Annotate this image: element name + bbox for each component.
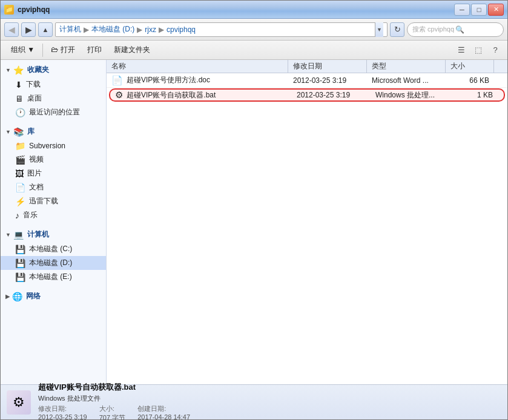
toolbar: 组织 ▼ 🗁 打开 打印 新建文件夹 ☰ ⬚ ? [1,41,507,60]
organize-button[interactable]: 组织 ▼ [5,42,40,58]
status-file-icon: ⚙ [7,390,31,415]
file-area: 名称 修改日期 类型 大小 📄 超碰VIP账号使用方法.doc 2012-03-… [107,60,507,384]
computer-label: 计算机 [27,229,49,240]
status-filetype-item: Windows 批处理文件 [38,394,101,403]
breadcrumb-rjxz[interactable]: rjxz [145,25,156,34]
status-size-label: 大小: [99,404,125,413]
sidebar-item-music-label: 音乐 [23,210,38,220]
breadcrumb-computer[interactable]: 计算机 [59,24,81,34]
address-bar: ◀ ▶ ▲ 计算机 ▶ 本地磁盘 (D:) ▶ rjxz ▶ cpviphqq … [1,19,507,41]
file-type-doc: Microsoft Word ... [367,76,446,85]
network-label: 网络 [26,291,41,301]
disk-e-icon: 💾 [15,272,25,282]
status-filetype: Windows 批处理文件 [38,394,101,403]
main-area: ▼ ⭐ 收藏夹 ⬇ 下载 🖥 桌面 🕐 最近访问的位置 ▼ 📚 库 [1,60,507,384]
print-button[interactable]: 打印 [82,42,107,58]
status-modified-value: 2012-03-25 3:19 [38,413,87,420]
new-folder-button[interactable]: 新建文件夹 [108,42,156,58]
back-button[interactable]: ◀ [4,22,19,37]
favorites-collapse-icon: ▼ [5,67,11,73]
sidebar-item-recent-label: 最近访问的位置 [29,107,80,117]
minimize-button[interactable]: ─ [454,4,470,16]
col-header-type[interactable]: 类型 [367,60,446,73]
maximize-button[interactable]: □ [471,4,487,16]
status-created-label: 创建日期: [137,404,190,413]
sidebar-item-pictures-label: 图片 [27,168,42,179]
status-modified-label: 修改日期: [38,404,87,413]
sidebar-item-disk-e-label: 本地磁盘 (E:) [29,272,72,282]
column-headers: 名称 修改日期 类型 大小 [107,60,507,73]
status-size-item: 大小: 707 字节 [99,404,125,420]
downloads-icon: ⬇ [15,80,22,90]
title-bar: 📁 cpviphqq ─ □ ✕ [1,1,507,19]
sidebar-section-favorites[interactable]: ▼ ⭐ 收藏夹 [1,62,106,77]
sidebar-item-recent[interactable]: 🕐 最近访问的位置 [1,105,106,119]
sidebar-item-downloads[interactable]: ⬇ 下载 [1,77,106,91]
file-date-bat: 2012-03-25 3:19 [292,91,371,99]
col-header-size[interactable]: 大小 [446,60,494,73]
bat-filename: 超碰VIP账号自动获取器.bat [127,90,216,100]
breadcrumb-disk-d[interactable]: 本地磁盘 (D:) [91,24,134,34]
doc-file-icon: 📄 [111,75,123,86]
sidebar-item-disk-e[interactable]: 💾 本地磁盘 (E:) [1,270,106,284]
status-modified-item: 修改日期: 2012-03-25 3:19 [38,404,87,420]
sidebar-item-desktop[interactable]: 🖥 桌面 [1,91,106,105]
sidebar-item-video[interactable]: 🎬 视频 [1,153,106,166]
sidebar-section-network[interactable]: ▶ 🌐 网络 [1,289,106,304]
sidebar-item-disk-c[interactable]: 💾 本地磁盘 (C:) [1,242,106,256]
sidebar-item-desktop-label: 桌面 [27,93,42,103]
view-toggle-button[interactable]: ☰ [454,44,469,57]
open-button[interactable]: 🗁 打开 [45,42,80,58]
sidebar-item-documents-label: 文档 [29,182,44,192]
sidebar-item-pictures[interactable]: 🖼 图片 [1,166,106,180]
sidebar-item-subversion[interactable]: 📁 Subversion [1,139,106,153]
close-button[interactable]: ✕ [488,4,504,16]
file-row-doc[interactable]: 📄 超碰VIP账号使用方法.doc 2012-03-25 3:19 Micros… [107,73,507,88]
forward-button[interactable]: ▶ [21,22,36,37]
toolbar-right: ☰ ⬚ ? [454,44,503,57]
bat-file-icon: ⚙ [115,90,123,100]
window-icon: 📁 [4,5,14,15]
sidebar-item-disk-d[interactable]: 💾 本地磁盘 (D:) [1,256,106,270]
search-placeholder: 搜索 cpviphqq [412,25,455,34]
window-title: cpviphqq [18,5,454,14]
window-controls: ─ □ ✕ [454,4,504,16]
disk-d-icon: 💾 [15,258,25,268]
breadcrumb-dropdown[interactable]: ▼ [375,22,383,37]
preview-button[interactable]: ⬚ [471,44,486,57]
sidebar-item-documents[interactable]: 📄 文档 [1,180,106,194]
sidebar-item-disk-d-label: 本地磁盘 (D:) [29,258,72,268]
sidebar-item-music[interactable]: ♪ 音乐 [1,208,106,222]
file-row-bat[interactable]: ⚙ 超碰VIP账号自动获取器.bat 2012-03-25 3:19 Windo… [109,88,505,102]
status-info: 超碰VIP账号自动获取器.bat Windows 批处理文件 修改日期: 201… [38,382,190,420]
libraries-label: 库 [27,126,35,137]
file-name-doc: 📄 超碰VIP账号使用方法.doc [107,75,288,86]
file-list: 📄 超碰VIP账号使用方法.doc 2012-03-25 3:19 Micros… [107,73,507,384]
disk-c-icon: 💾 [15,244,25,254]
status-created-item: 创建日期: 2017-04-28 14:47 [137,404,190,420]
sidebar-item-subversion-label: Subversion [29,142,65,150]
sidebar-item-video-label: 视频 [29,154,44,165]
up-button[interactable]: ▲ [38,22,53,37]
recent-icon: 🕐 [15,108,25,117]
file-size-bat: 1 KB [449,91,498,99]
desktop-icon: 🖥 [15,94,24,103]
libraries-icon: 📚 [13,127,24,137]
status-size-value: 707 字节 [99,413,125,420]
help-button[interactable]: ? [488,44,503,57]
sidebar-item-thunder[interactable]: ⚡ 迅雷下载 [1,194,106,208]
thunder-icon: ⚡ [15,197,25,206]
sidebar-section-computer[interactable]: ▼ 💻 计算机 [1,227,106,242]
search-bar[interactable]: 搜索 cpviphqq 🔍 [407,22,504,37]
network-section-icon: 🌐 [12,292,22,301]
refresh-button[interactable]: ↻ [390,22,404,37]
col-header-date[interactable]: 修改日期 [288,60,367,73]
file-date-doc: 2012-03-25 3:19 [288,76,367,85]
breadcrumb-cpviphqq[interactable]: cpviphqq [167,25,196,34]
status-created-value: 2017-04-28 14:47 [137,413,190,420]
computer-collapse-icon: ▼ [5,232,11,238]
sidebar-section-libraries[interactable]: ▼ 📚 库 [1,124,106,139]
file-type-bat: Windows 批处理... [371,90,449,100]
sidebar-item-thunder-label: 迅雷下载 [29,196,58,206]
col-header-name[interactable]: 名称 [107,60,288,73]
